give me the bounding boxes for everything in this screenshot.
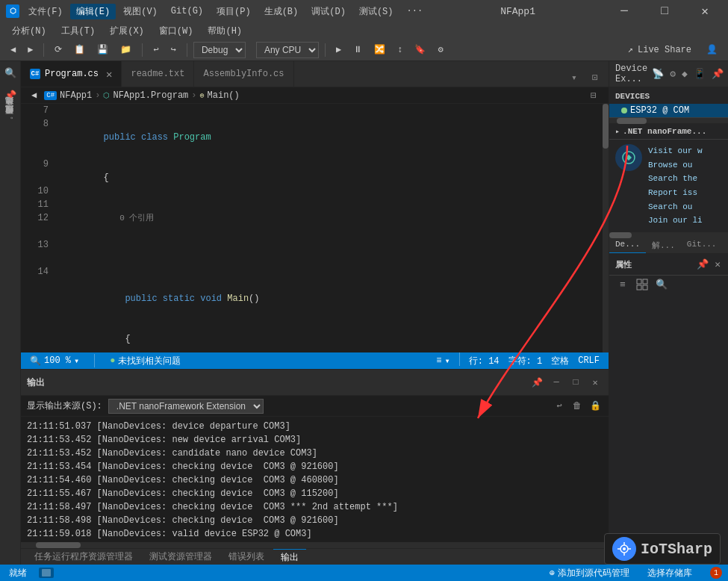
toolbar-icon-7[interactable]: 🔀: [370, 43, 390, 57]
menu-git[interactable]: Git(G): [165, 4, 209, 18]
menu-project[interactable]: 项目(P): [211, 4, 257, 19]
toolbar-undo[interactable]: ↩: [149, 43, 163, 57]
menu-extensions[interactable]: 扩展(X): [104, 23, 150, 39]
toolbar-icon-2[interactable]: 📋: [69, 43, 90, 57]
user-icon[interactable]: 👤: [702, 43, 722, 57]
tab-readme[interactable]: readme.txt: [122, 61, 194, 87]
right-tab-jie[interactable]: 解...: [646, 238, 681, 253]
nanoframe-expand-icon[interactable]: ▸: [615, 127, 620, 136]
scrollbar-thumb[interactable]: [603, 104, 609, 149]
nanoframe-link-5[interactable]: Search ou: [648, 200, 722, 214]
status-col[interactable]: 字符: 1: [505, 352, 546, 369]
menu-help[interactable]: 帮助(H): [202, 23, 248, 39]
right-panel-hscroll-thumb[interactable]: [617, 118, 647, 124]
back-button[interactable]: ◀: [6, 43, 20, 57]
status-ready[interactable]: 就绪: [6, 565, 30, 581]
toolbar-icon-8[interactable]: ↕: [393, 43, 407, 57]
output-hscrollbar-thumb[interactable]: [36, 542, 81, 548]
status-spaces[interactable]: 空格: [548, 352, 572, 369]
output-lock-btn[interactable]: 🔒: [588, 399, 603, 414]
debug-config-select[interactable]: Debug: [193, 42, 246, 58]
menu-analyze[interactable]: 分析(N): [6, 23, 52, 39]
rp-icon-2[interactable]: ⚙: [668, 66, 677, 81]
toolbar-icon-1[interactable]: ⟳: [50, 43, 66, 57]
bottom-tab-test-explorer[interactable]: 测试资源管理器: [142, 549, 220, 565]
menu-test[interactable]: 测试(S): [353, 4, 399, 19]
tab-assemblyinfo[interactable]: AssemblyInfo.cs: [194, 61, 293, 87]
breadcrumb-method[interactable]: ⊕ Main(): [200, 90, 240, 101]
device-item-esp32[interactable]: ESP32 @ COM: [609, 104, 728, 117]
sidebar-pin[interactable]: 📌: [1, 87, 19, 105]
right-panel-hscroll[interactable]: [609, 118, 728, 124]
nanoframe-link-3[interactable]: Search the: [648, 172, 722, 186]
forward-button[interactable]: ▶: [23, 43, 37, 57]
right-panel-hscroll2[interactable]: [609, 232, 728, 238]
close-button[interactable]: ✕: [688, 0, 722, 22]
prop-pin[interactable]: 📌: [695, 257, 710, 272]
breadcrumb-class[interactable]: ⬡ NFApp1.Program: [103, 90, 188, 101]
output-hscrollbar[interactable]: [21, 542, 609, 548]
sidebar-search[interactable]: 🔍: [1, 64, 19, 82]
toolbar-icon-4[interactable]: 📁: [116, 43, 136, 57]
output-source-select[interactable]: .NET nanoFramework Extension: [108, 399, 264, 414]
toolbar-icon-10[interactable]: ⚙: [433, 43, 447, 57]
nanoframe-link-4[interactable]: Report iss: [648, 186, 722, 200]
status-format[interactable]: ≡ ▾: [433, 352, 452, 369]
output-pin-btn[interactable]: 📌: [529, 375, 544, 390]
select-repo-btn[interactable]: 选择存储库: [644, 565, 695, 581]
output-minimize-btn[interactable]: ─: [549, 375, 564, 390]
prop-search-icon[interactable]: 🔍: [654, 277, 669, 292]
bottom-tab-output[interactable]: 输出: [273, 549, 306, 565]
code-content[interactable]: public class Program { 0 个引用 public stat…: [55, 104, 603, 352]
maximize-button[interactable]: □: [647, 0, 682, 22]
bottom-tab-error-list[interactable]: 错误列表: [221, 549, 272, 565]
right-tab-de[interactable]: De...: [609, 238, 646, 253]
menu-debug[interactable]: 调试(D): [305, 4, 352, 19]
bottom-tab-task-runner[interactable]: 任务运行程序资源管理器: [27, 549, 140, 565]
prop-list-icon[interactable]: ≡: [615, 277, 630, 292]
nanoframe-link-6[interactable]: Join our li: [648, 214, 722, 228]
tab-program-cs[interactable]: C# Program.cs ✕: [21, 61, 122, 87]
menu-more[interactable]: ···: [400, 4, 429, 18]
minimize-button[interactable]: ─: [607, 0, 641, 22]
nanoframe-link-2[interactable]: Browse ou: [648, 158, 722, 173]
breadcrumb-project[interactable]: C# NFApp1: [44, 90, 92, 101]
rp-icon-4[interactable]: 📱: [692, 66, 707, 81]
menu-window[interactable]: 窗口(W): [153, 23, 199, 39]
right-tab-git[interactable]: Git...: [681, 238, 723, 253]
right-panel-hscroll2-thumb[interactable]: [609, 232, 632, 238]
collapse-button[interactable]: ⊟: [585, 87, 603, 105]
status-problems[interactable]: ● 未找到相关问题: [107, 352, 184, 369]
toolbar-redo[interactable]: ↪: [167, 43, 181, 57]
status-encoding[interactable]: CRLF: [575, 352, 603, 369]
menu-view[interactable]: 视图(V): [117, 4, 164, 19]
rp-icon-1[interactable]: 📡: [650, 66, 665, 81]
toolbar-icon-3[interactable]: 💾: [93, 43, 113, 57]
prop-grid-icon[interactable]: [635, 277, 650, 292]
add-source-btn[interactable]: ⊕ 添加到源代码管理: [547, 565, 632, 581]
toolbar-icon-9[interactable]: 🔖: [410, 43, 430, 57]
status-zoom[interactable]: 🔍 100 % ▾: [27, 352, 82, 369]
output-wrap-btn[interactable]: ↩: [552, 399, 567, 414]
toolbar-icon-6[interactable]: ⏸: [349, 43, 367, 57]
output-clear-btn[interactable]: 🗑: [570, 399, 585, 414]
menu-tools[interactable]: 工具(T): [55, 23, 102, 39]
prop-close[interactable]: ✕: [713, 257, 722, 272]
tab-close-program[interactable]: ✕: [106, 68, 112, 81]
notification-badge[interactable]: 1: [710, 567, 722, 579]
breadcrumb-back[interactable]: ◀: [27, 88, 41, 102]
live-share-button[interactable]: ↗ Live Share: [620, 43, 699, 57]
rp-pin[interactable]: 📌: [710, 66, 725, 81]
output-close-btn[interactable]: ✕: [588, 375, 603, 390]
platform-select[interactable]: Any CPU: [256, 42, 319, 58]
output-maximize-btn[interactable]: □: [568, 375, 583, 390]
rp-icon-3[interactable]: ◆: [680, 66, 689, 81]
tab-list-button[interactable]: ▾: [565, 69, 583, 87]
menu-edit[interactable]: 编辑(E): [70, 4, 116, 19]
split-editor-button[interactable]: ⊡: [586, 69, 604, 87]
menu-file[interactable]: 文件(F): [22, 4, 69, 19]
editor-scrollbar[interactable]: [603, 104, 609, 352]
status-line[interactable]: 行: 14: [466, 352, 503, 369]
toolbar-icon-5[interactable]: ▶: [332, 43, 346, 57]
menu-build[interactable]: 生成(B): [258, 4, 305, 19]
